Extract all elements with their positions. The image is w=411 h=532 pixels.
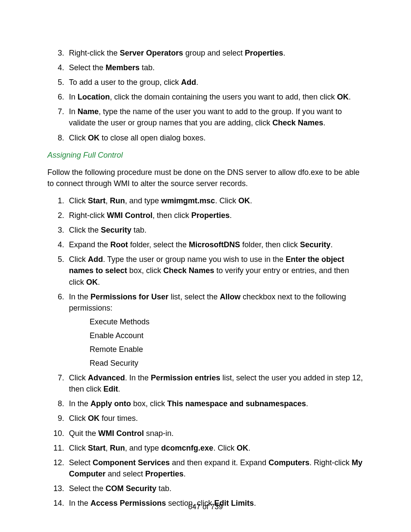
bold-term: OK (337, 93, 349, 101)
bold-term: Permission entries (151, 373, 220, 382)
page-footer: 647 of 739 (0, 502, 411, 513)
list-item: Right-click the Server Operators group a… (66, 47, 364, 59)
permission-sublist: Execute MethodsEnable AccountRemote Enab… (90, 316, 364, 369)
list-item: In Location, click the domain containing… (66, 91, 364, 103)
list-item: In the Permissions for User list, select… (66, 291, 364, 369)
bold-term: OK (237, 444, 248, 452)
list-item: Click the Security tab. (66, 224, 364, 236)
bold-term: Members (106, 63, 140, 72)
bold-term: Security (300, 240, 330, 249)
list-item: Select the COM Security tab. (66, 483, 364, 494)
bold-term: Add (181, 78, 196, 87)
list-item: In the Apply onto box, click This namesp… (66, 398, 364, 409)
ordered-list-1: Right-click the Server Operators group a… (47, 47, 364, 143)
bold-term: WMI Control (98, 429, 144, 438)
bold-term: Component Services (93, 458, 170, 467)
list-item: Click Start, Run, and type dcomcnfg.exe.… (66, 442, 364, 454)
bold-term: Run (110, 196, 125, 205)
bold-term: dcomcnfg.exe (161, 444, 213, 452)
bold-term: OK (238, 196, 250, 205)
document-page: Right-click the Server Operators group a… (0, 0, 411, 532)
bold-term: wmimgmt.msc (161, 196, 215, 205)
bold-term: Properties (145, 470, 184, 478)
bold-term: Server Operators (120, 49, 183, 57)
bold-term: Start (88, 196, 106, 205)
bold-term: Check Names (163, 266, 214, 275)
bold-term: Security (101, 226, 131, 234)
bold-term: OK (88, 134, 100, 142)
list-item: To add a user to the group, click Add. (66, 77, 364, 88)
list-item: Click Advanced. In the Permission entrie… (66, 372, 364, 395)
bold-term: Run (110, 444, 125, 452)
list-item: Quit the WMI Control snap-in. (66, 428, 364, 439)
bold-term: Add (88, 255, 103, 264)
ordered-list-2: Click Start, Run, and type wmimgmt.msc. … (47, 195, 364, 509)
list-item: Click Start, Run, and type wmimgmt.msc. … (66, 195, 364, 206)
bold-term: MicrosoftDNS (189, 240, 240, 249)
bold-term: OK (88, 414, 100, 423)
bold-term: Location (78, 93, 110, 101)
bold-term: Name (78, 107, 99, 116)
bold-term: Root (110, 240, 128, 249)
intro-paragraph: Follow the following procedure must be d… (47, 167, 364, 189)
permission-item: Execute Methods (90, 316, 364, 327)
list-item: Click Add. Type the user or group name y… (66, 254, 364, 287)
list-item: Click OK four times. (66, 413, 364, 424)
list-item: Expand the Root folder, select the Micro… (66, 239, 364, 250)
bold-term: OK (86, 278, 98, 286)
bold-term: Check Names (272, 118, 323, 127)
list-item: Right-click WMI Control, then click Prop… (66, 210, 364, 221)
bold-term: COM Security (106, 484, 156, 493)
permission-item: Read Security (90, 358, 364, 369)
list-item: Click OK to close all open dialog boxes. (66, 132, 364, 143)
bold-term: Properties (245, 49, 283, 57)
list-item: In Name, type the name of the user you w… (66, 106, 364, 128)
bold-term: Allow (220, 292, 240, 301)
bold-term: Computers (268, 458, 309, 467)
bold-term: This namespace and subnamespaces (167, 399, 306, 408)
bold-term: Permissions for User (90, 292, 168, 301)
bold-term: Start (88, 444, 106, 452)
bold-term: Properties (191, 211, 230, 220)
bold-term: WMI Control (107, 211, 153, 220)
permission-item: Remote Enable (90, 344, 364, 355)
bold-term: Apply onto (90, 399, 131, 408)
subheading-assigning-full-control: Assigning Full Control (47, 149, 364, 161)
list-item: Select Component Services and then expan… (66, 457, 364, 479)
list-item: Select the Members tab. (66, 62, 364, 73)
permission-item: Enable Account (90, 330, 364, 341)
bold-term: Advanced (88, 373, 125, 382)
bold-term: Edit (103, 385, 118, 393)
